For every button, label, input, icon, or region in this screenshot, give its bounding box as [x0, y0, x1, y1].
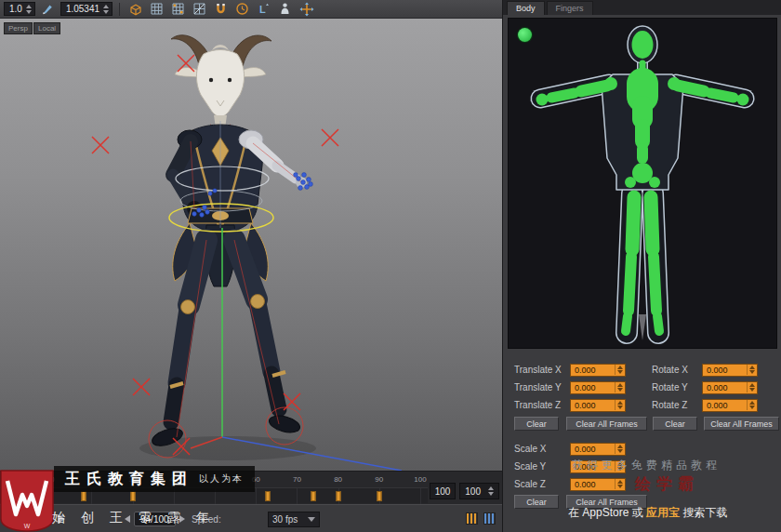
rotate-x-value: 0.000 [707, 366, 728, 375]
watermark-playback-text: 始创王零露年 [52, 510, 225, 526]
step-stepper[interactable]: 1.05341 [60, 2, 113, 16]
scale-x-field[interactable]: 0.000 [570, 443, 626, 456]
scale-z-value: 0.000 [575, 480, 596, 489]
move-cross-icon[interactable] [298, 1, 315, 18]
watermark-subtitle: 以人为本 [199, 472, 244, 485]
scale-z-field[interactable]: 0.000 [570, 478, 626, 491]
letter-l-icon[interactable]: L [255, 1, 272, 18]
timeline-end-frame-value: 100 [435, 486, 451, 497]
translate-z-label: Translate Z [514, 400, 570, 410]
stepper-arrows[interactable] [26, 5, 32, 14]
rotate-z-label: Rotate Z [652, 400, 702, 410]
timeline-grid-line [256, 488, 257, 504]
watermark-download-pre: 在 AppStore 或 [568, 506, 643, 519]
scale-y-label: Scale Y [514, 461, 570, 472]
clock-icon[interactable] [233, 1, 251, 18]
stepper-arrows[interactable] [747, 382, 756, 392]
brush-icon[interactable] [39, 1, 57, 18]
stepper-arrows[interactable] [615, 400, 624, 410]
stepper-arrows[interactable] [488, 486, 494, 496]
watermark-title: 王氏教育集团 [65, 470, 193, 489]
person-icon[interactable] [276, 1, 294, 18]
translate-clear-all-frames-button[interactable]: Clear All Frames [566, 417, 647, 431]
scale-stepper[interactable]: 1.0 [4, 2, 35, 16]
panel-tabbar: Body Fingers [503, 0, 781, 15]
stepper-arrows[interactable] [615, 479, 624, 489]
keyframe-marker[interactable] [336, 491, 340, 501]
curve-editor-icon[interactable] [466, 512, 478, 525]
status-indicator-dot [518, 28, 532, 42]
keyframe-marker[interactable] [266, 491, 271, 501]
brand-logo: W [0, 470, 54, 532]
rotate-clear-all-frames-button[interactable]: Clear All Frames [704, 417, 779, 431]
keyframe-marker[interactable] [377, 491, 381, 501]
translate-y-value: 0.000 [575, 383, 596, 392]
watermark-promo-line: 获得更多免费精品教程 [572, 458, 721, 473]
keyframe-marker[interactable] [311, 491, 316, 501]
viewport-3d[interactable]: Persp Local [0, 19, 502, 471]
cube-icon[interactable] [126, 1, 144, 18]
motion-layer-panel: Body Fingers [502, 0, 781, 532]
watermark-brand: 绘学霸 [635, 473, 699, 495]
svg-text:L: L [259, 4, 266, 15]
dope-sheet-icon[interactable] [483, 512, 496, 525]
stepper-arrows[interactable] [615, 365, 624, 375]
translate-z-field[interactable]: 0.000 [570, 399, 626, 412]
grid-icon[interactable] [148, 1, 165, 18]
tab-fingers[interactable]: Fingers [547, 1, 593, 15]
scale-clear-button[interactable]: Clear [514, 495, 559, 509]
translate-z-value: 0.000 [575, 401, 596, 410]
timeline-end-frame-field[interactable]: 100 [430, 483, 457, 499]
timeline-range-end-value: 100 [465, 486, 481, 497]
grid-color-icon[interactable] [169, 1, 187, 18]
keyframe-marker[interactable] [81, 491, 86, 501]
timeline-tick-label: 70 [293, 475, 301, 484]
translate-x-label: Translate X [514, 365, 570, 375]
toolbar-separator [119, 3, 120, 16]
rotate-y-value: 0.000 [707, 383, 728, 392]
translate-x-value: 0.000 [575, 366, 596, 375]
stepper-arrows[interactable] [103, 5, 109, 14]
watermark-download-post: 搜索下载 [682, 506, 727, 519]
stepper-arrows[interactable] [615, 444, 624, 454]
rotate-y-label: Rotate Y [652, 382, 702, 392]
chevron-down-icon [308, 517, 315, 522]
rotate-y-field[interactable]: 0.000 [702, 381, 758, 394]
tab-body[interactable]: Body [507, 1, 545, 15]
scale-x-value: 0.000 [575, 445, 596, 454]
stepper-arrows[interactable] [615, 382, 624, 392]
timeline-grid-line [297, 488, 298, 504]
playback-bar: 94/100 Speed: 30 fps 始创王零露年 [0, 504, 502, 532]
scale-z-label: Scale Z [514, 479, 570, 489]
rotate-z-value: 0.000 [707, 401, 728, 410]
fps-value: 30 fps [272, 514, 298, 525]
rotate-x-label: Rotate X [652, 365, 702, 375]
rotate-clear-button[interactable]: Clear [653, 417, 697, 431]
logo-letter: W [24, 523, 31, 529]
humanoid-figure[interactable] [509, 19, 776, 348]
stepper-arrows[interactable] [747, 400, 756, 410]
magnet-icon[interactable] [212, 1, 230, 18]
grid-alt-icon[interactable] [191, 1, 208, 18]
timeline-grid-line [420, 488, 421, 504]
timeline-tick-label: 80 [334, 475, 342, 484]
translate-clear-button[interactable]: Clear [514, 417, 559, 431]
keyframe-marker[interactable] [130, 491, 135, 501]
timeline-range-end-field[interactable]: 100 [459, 483, 499, 499]
scale-x-label: Scale X [514, 444, 570, 454]
character-model[interactable] [150, 35, 307, 449]
step-stepper-value: 1.05341 [66, 4, 99, 14]
body-part-picker[interactable] [508, 18, 777, 349]
translate-x-field[interactable]: 0.000 [570, 364, 626, 377]
translate-y-field[interactable]: 0.000 [570, 381, 626, 394]
character-model-view [0, 19, 502, 471]
rotate-x-field[interactable]: 0.000 [702, 364, 758, 377]
top-toolbar: 1.0 1.05341 L [0, 0, 502, 19]
translate-y-label: Translate Y [514, 382, 570, 392]
timeline-tick-label: 100 [414, 475, 426, 484]
scale-stepper-value: 1.0 [9, 4, 22, 14]
watermark-band: 王氏教育集团 以人为本 [54, 466, 255, 492]
stepper-arrows[interactable] [747, 365, 756, 375]
fps-dropdown[interactable]: 30 fps [268, 512, 320, 527]
rotate-z-field[interactable]: 0.000 [702, 399, 758, 412]
